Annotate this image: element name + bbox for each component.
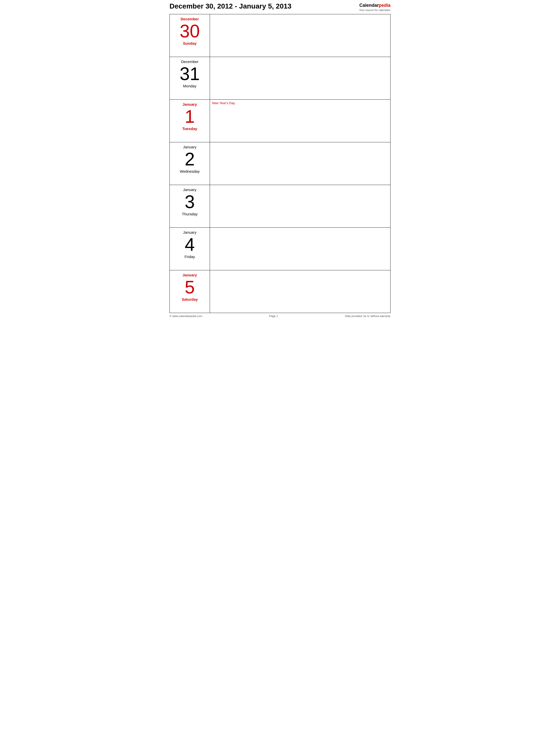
content-cell-2: New Year's Day: [210, 99, 391, 142]
content-cell-3: [210, 142, 391, 185]
day-name-2: Tuesday: [172, 127, 208, 131]
calendar-row-6: January 5 Saturday: [170, 270, 391, 313]
day-cell-3: January 2 Wednesday: [170, 142, 210, 185]
day-cell-4: January 3 Thursday: [170, 185, 210, 227]
calendar-table: December 30 Sunday December 31 Monday Ja…: [169, 14, 391, 313]
day-month-6: January: [172, 273, 208, 277]
day-number-6: 5: [172, 278, 208, 296]
day-cell-2: January 1 Tuesday: [170, 99, 210, 142]
content-cell-1: [210, 57, 391, 99]
day-number-1: 31: [172, 65, 208, 83]
day-cell-5: January 4 Friday: [170, 227, 210, 270]
day-name-0: Sunday: [172, 41, 208, 45]
footer-copyright: © www.calendarpedia.com: [169, 315, 202, 318]
calendar-row-0: December 30 Sunday: [170, 14, 391, 57]
calendar-row-5: January 4 Friday: [170, 227, 391, 270]
day-name-5: Friday: [172, 255, 208, 259]
calendar-row-2: January 1 Tuesday New Year's Day: [170, 99, 391, 142]
logo-calendar-text: Calendar: [360, 3, 379, 8]
day-month-3: January: [172, 145, 208, 149]
day-cell-6: January 5 Saturday: [170, 270, 210, 313]
day-number-5: 4: [172, 235, 208, 254]
day-month-2: January: [172, 102, 208, 106]
content-cell-5: [210, 227, 391, 270]
logo-area: Calendarpedia Your source for calendars: [359, 2, 391, 12]
calendar-row-4: January 3 Thursday: [170, 185, 391, 227]
day-number-0: 30: [172, 22, 208, 40]
footer-page: Page 1: [269, 315, 278, 318]
day-number-2: 1: [172, 107, 208, 126]
header: December 30, 2012 - January 5, 2013 Cale…: [169, 2, 391, 12]
logo-calendar: Calendarpedia: [359, 2, 391, 8]
logo-tagline: Your source for calendars: [359, 8, 391, 12]
content-cell-4: [210, 185, 391, 227]
page-wrapper: December 30, 2012 - January 5, 2013 Cale…: [167, 0, 393, 319]
day-name-1: Monday: [172, 84, 208, 88]
page-title: December 30, 2012 - January 5, 2013: [169, 2, 291, 10]
day-cell-1: December 31 Monday: [170, 57, 210, 99]
content-cell-6: [210, 270, 391, 313]
footer-disclaimer: Data provided 'as is' without warranty: [345, 315, 391, 318]
content-cell-0: [210, 14, 391, 57]
day-month-0: December: [172, 17, 208, 21]
day-month-5: January: [172, 230, 208, 234]
logo-accent: pedia: [379, 3, 391, 8]
day-number-3: 2: [172, 150, 208, 168]
day-cell-0: December 30 Sunday: [170, 14, 210, 57]
day-month-4: January: [172, 188, 208, 192]
day-number-4: 3: [172, 193, 208, 211]
day-name-6: Saturday: [172, 297, 208, 301]
calendar-row-1: December 31 Monday: [170, 57, 391, 99]
day-name-3: Wednesday: [172, 169, 208, 173]
footer: © www.calendarpedia.com Page 1 Data prov…: [169, 315, 391, 319]
day-month-1: December: [172, 60, 208, 64]
day-name-4: Thursday: [172, 212, 208, 216]
event-label-2: New Year's Day: [212, 101, 388, 105]
calendar-row-3: January 2 Wednesday: [170, 142, 391, 185]
